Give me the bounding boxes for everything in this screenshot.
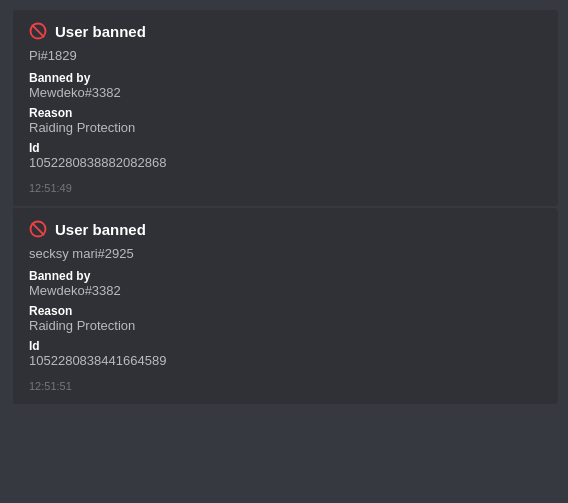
svg-line-1 (32, 25, 43, 36)
ban-icon (29, 22, 47, 40)
entry-header: User banned (29, 22, 542, 40)
banned-by-field: Banned by Mewdeko#3382 (29, 71, 542, 100)
ban-icon (29, 220, 47, 238)
banned-by-value: Mewdeko#3382 (29, 85, 542, 100)
banned-by-value: Mewdeko#3382 (29, 283, 542, 298)
entry-username: Pi#1829 (29, 48, 542, 63)
reason-label: Reason (29, 106, 542, 120)
id-value: 1052280838882082868 (29, 155, 542, 170)
banned-by-label: Banned by (29, 71, 542, 85)
log-entry: User banned secksy mari#2925 Banned by M… (10, 208, 558, 404)
entry-header: User banned (29, 220, 542, 238)
reason-field: Reason Raiding Protection (29, 304, 542, 333)
id-field: Id 1052280838882082868 (29, 141, 542, 170)
banned-by-field: Banned by Mewdeko#3382 (29, 269, 542, 298)
id-label: Id (29, 141, 542, 155)
entry-timestamp: 12:51:51 (29, 380, 542, 392)
entry-username: secksy mari#2925 (29, 246, 542, 261)
log-entry: User banned Pi#1829 Banned by Mewdeko#33… (10, 10, 558, 206)
reason-value: Raiding Protection (29, 120, 542, 135)
svg-line-3 (32, 223, 43, 234)
entry-title: User banned (55, 221, 146, 238)
reason-field: Reason Raiding Protection (29, 106, 542, 135)
id-value: 1052280838441664589 (29, 353, 542, 368)
id-field: Id 1052280838441664589 (29, 339, 542, 368)
banned-by-label: Banned by (29, 269, 542, 283)
reason-label: Reason (29, 304, 542, 318)
id-label: Id (29, 339, 542, 353)
entry-title: User banned (55, 23, 146, 40)
reason-value: Raiding Protection (29, 318, 542, 333)
log-feed: User banned Pi#1829 Banned by Mewdeko#33… (0, 10, 568, 404)
entry-timestamp: 12:51:49 (29, 182, 542, 194)
